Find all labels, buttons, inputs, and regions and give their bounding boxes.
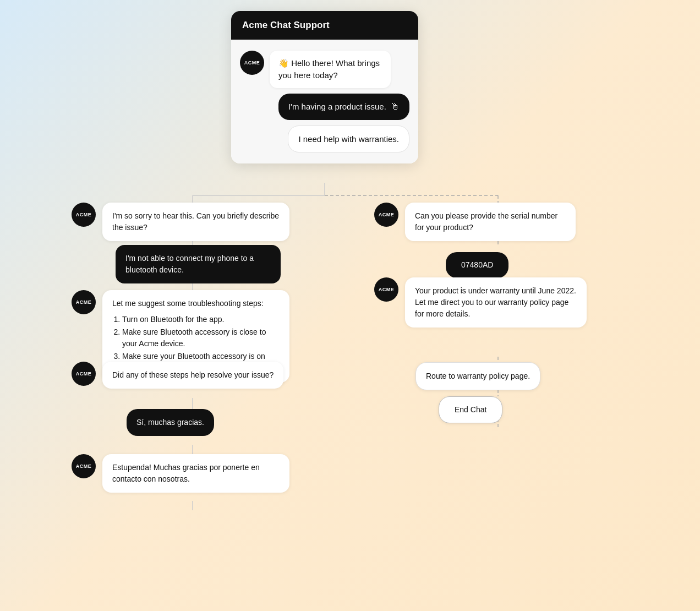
left-user1-bubble: I'm not able to connect my phone to a bl… <box>116 245 281 283</box>
right-action2-node[interactable]: End Chat <box>439 396 502 423</box>
chat-title: Acme Chat Support <box>242 20 330 30</box>
chat-widget: Acme Chat Support ACME 👋 Hello there! Wh… <box>231 11 418 163</box>
chat-body: ACME 👋 Hello there! What brings you here… <box>231 40 418 163</box>
left-bot3-avatar: ACME <box>72 362 96 386</box>
avatar: ACME <box>240 51 264 75</box>
chat-header: Acme Chat Support <box>231 11 418 40</box>
user-option-warranty[interactable]: I need help with warranties. <box>288 126 409 152</box>
left-bot1-avatar: ACME <box>72 203 96 227</box>
left-bot1-bubble: I'm so sorry to hear this. Can you brief… <box>102 203 289 241</box>
right-action1-node[interactable]: Route to warranty policy page. <box>415 362 540 390</box>
left-user2-bubble: Sí, muchas gracias. <box>127 409 214 436</box>
initial-bot-bubble: 👋 Hello there! What brings you here toda… <box>270 51 391 88</box>
end-chat-button[interactable]: End Chat <box>439 396 502 423</box>
left-bot4-bubble: Estupenda! Muchas gracias por ponerte en… <box>102 454 289 493</box>
left-user1-node: I'm not able to connect my phone to a bl… <box>116 245 281 283</box>
left-bot1-node: ACME I'm so sorry to hear this. Can you … <box>72 203 289 241</box>
left-bot4-avatar: ACME <box>72 454 96 478</box>
right-bot2-avatar: ACME <box>374 277 398 302</box>
initial-bot-row: ACME 👋 Hello there! What brings you here… <box>240 51 409 88</box>
user-option-product-issue[interactable]: I'm having a product issue. 🖱 <box>278 94 409 120</box>
right-bot1-node: ACME Can you please provide the serial n… <box>374 203 576 241</box>
left-bot2-avatar: ACME <box>72 290 96 314</box>
left-user2-node: Sí, muchas gracias. <box>127 409 214 436</box>
left-bot3-bubble: Did any of these steps help resolve your… <box>102 362 283 389</box>
right-bot2-node: ACME Your product is under warranty unti… <box>374 277 587 328</box>
right-bot1-avatar: ACME <box>374 203 398 227</box>
right-user1-bubble: 07480AD <box>446 252 508 278</box>
left-bot4-node: ACME Estupenda! Muchas gracias por poner… <box>72 454 289 493</box>
right-action1-bubble[interactable]: Route to warranty policy page. <box>415 362 540 390</box>
right-user1-node: 07480AD <box>446 252 508 278</box>
right-bot1-bubble: Can you please provide the serial number… <box>405 203 576 241</box>
left-bot3-node: ACME Did any of these steps help resolve… <box>72 362 283 389</box>
cursor-icon: 🖱 <box>391 101 400 113</box>
right-bot2-bubble: Your product is under warranty until Jun… <box>405 277 587 328</box>
